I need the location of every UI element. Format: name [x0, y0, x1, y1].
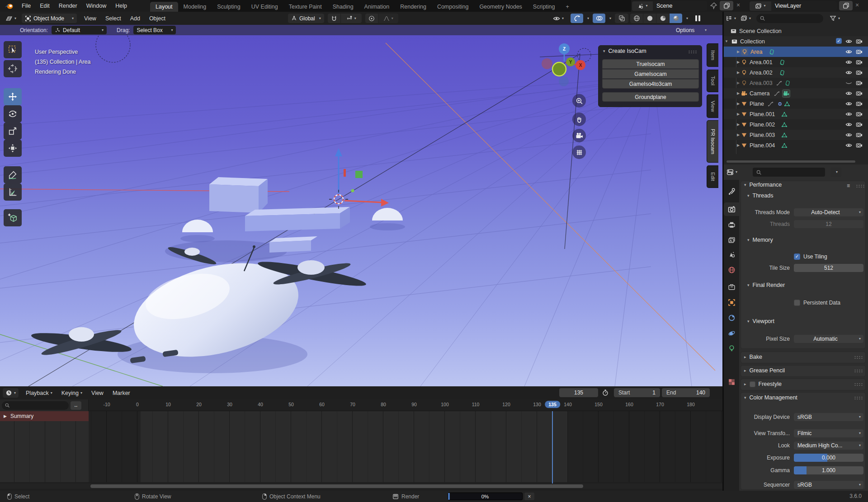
viewport-subpanel-header[interactable]: ▾Viewport [747, 318, 774, 324]
menu-file[interactable]: File [17, 0, 35, 12]
view-transform-dropdown[interactable]: Filmic▾ [794, 429, 863, 437]
scene-browse-button[interactable]: ▾ [632, 1, 653, 11]
scene-unlink-button[interactable]: × [736, 1, 740, 9]
zoom-button[interactable] [572, 94, 586, 108]
shading-wireframe-button[interactable] [630, 14, 643, 23]
xray-toggle[interactable] [615, 14, 628, 23]
playhead-line[interactable] [552, 411, 553, 483]
final-render-subpanel-header[interactable]: ▾Final Render [747, 282, 785, 288]
hide-eye-icon[interactable] [845, 69, 852, 76]
timeline-tracks[interactable] [0, 411, 722, 482]
workspace-tab-modeling[interactable]: Modeling [178, 2, 212, 12]
workspace-tab-rendering[interactable]: Rendering [395, 2, 432, 12]
object-visibility-dropdown[interactable]: ▾ [548, 14, 569, 23]
sidebar-tab-tool[interactable]: Tool [707, 70, 718, 92]
light-data-icon[interactable] [784, 80, 791, 86]
frame-end-field[interactable]: End140 [662, 388, 710, 397]
expand-icon[interactable]: ▶ [736, 70, 741, 75]
drag-dropdown[interactable]: Select Box ▾ [133, 26, 176, 34]
mesh-data-icon[interactable] [781, 122, 788, 128]
panel-grip-icon[interactable] [854, 369, 863, 372]
menu-render[interactable]: Render [54, 0, 82, 12]
scene-new-button[interactable] [720, 1, 733, 10]
proportional-falloff-dropdown[interactable]: ▾ [378, 14, 398, 23]
collection-exclude-checkbox[interactable]: ✓ [836, 38, 842, 44]
outliner-row-plane-001[interactable]: ▶ Plane.001 [724, 109, 868, 119]
small-slab-object[interactable] [269, 236, 317, 253]
workspace-tab-compositing[interactable]: Compositing [432, 2, 474, 12]
menu-select[interactable]: Select [101, 12, 126, 25]
menu-window[interactable]: Window [82, 0, 111, 12]
timeline-scrollbar[interactable] [0, 483, 722, 489]
tile-size-field[interactable]: 512 [794, 264, 863, 272]
mesh-data-icon[interactable] [784, 101, 790, 107]
tab-tool[interactable] [724, 184, 739, 198]
light-data-icon[interactable] [779, 70, 785, 76]
scene-name-field[interactable]: Scene [653, 1, 707, 11]
outliner-row-plane-002[interactable]: ▶ Plane.002 [724, 119, 868, 130]
gamma-slider[interactable]: 1.000 [794, 466, 863, 474]
timeline-ruler[interactable]: -10 0 10 20 30 40 50 60 70 80 90 100 110… [0, 399, 722, 411]
gameiso4to3cam-button[interactable]: GameIso4to3cam [602, 79, 699, 89]
outliner-row-area-002[interactable]: ▶ Area.002 [724, 67, 868, 78]
tool-scale[interactable] [4, 122, 22, 140]
properties-search-input[interactable] [753, 168, 825, 177]
mode-dropdown[interactable]: Object Mode ▾ [22, 14, 77, 23]
animation-icon[interactable] [774, 90, 780, 97]
snap-target-dropdown[interactable]: ▾ [341, 14, 362, 23]
frame-start-field[interactable]: Start1 [614, 388, 660, 397]
menu-add[interactable]: Add [126, 12, 145, 25]
panel-grip-icon[interactable] [688, 50, 697, 53]
tool-select-box[interactable] [4, 41, 22, 58]
transform-orientation-dropdown[interactable]: Global ▾ [288, 14, 324, 23]
panel-grip-icon[interactable] [854, 356, 863, 359]
sequencer-dropdown[interactable]: sRGB▾ [794, 481, 863, 489]
panel-grip-icon[interactable] [856, 184, 865, 188]
light-data-icon[interactable] [779, 59, 785, 66]
freestyle-checkbox[interactable] [750, 381, 755, 387]
hide-eye-icon[interactable] [845, 111, 852, 117]
expand-icon[interactable]: ▶ [736, 133, 741, 137]
mesh-data-icon[interactable] [781, 132, 788, 138]
expand-icon[interactable]: ▶ [736, 143, 741, 147]
menu-object[interactable]: Object [145, 12, 170, 25]
outliner-display-mode-dropdown[interactable]: ▾ [726, 15, 736, 22]
menu-view[interactable]: View [80, 12, 101, 25]
mesh-data-icon[interactable] [781, 111, 788, 117]
workspace-tab-sculpting[interactable]: Sculpting [212, 2, 245, 12]
trueisocam-button[interactable]: TrueIsocam [602, 59, 699, 69]
render-visibility-icon[interactable] [856, 111, 863, 117]
options-dropdown[interactable]: Options ▾ [673, 26, 710, 34]
gizmo-plane-handle[interactable] [355, 171, 363, 178]
sidebar-tab-edit[interactable]: Edit [707, 165, 718, 188]
perspective-toggle-button[interactable] [572, 145, 586, 159]
channel-search-input[interactable] [2, 401, 69, 410]
viewlayer-new-button[interactable] [839, 1, 853, 10]
render-visibility-icon[interactable] [856, 48, 863, 55]
mesh-data-icon[interactable] [781, 142, 788, 149]
expand-icon[interactable]: ▶ [736, 50, 741, 54]
outliner-search-input[interactable] [756, 14, 823, 23]
panel-expand-icon[interactable]: ▾ [603, 49, 605, 53]
memory-subpanel-header[interactable]: ▾Memory [747, 237, 773, 243]
sidebar-tab-view[interactable]: View [707, 94, 718, 118]
workspace-tab-animation[interactable]: Animation [359, 2, 395, 12]
tab-scene[interactable] [724, 248, 739, 261]
hide-eye-icon[interactable] [845, 38, 852, 45]
summary-track-row[interactable]: ▶ Summary [0, 411, 89, 421]
groundplane-button[interactable]: Groundplane [602, 92, 699, 102]
outliner-row-area-003[interactable]: ▶ Area.003 [724, 78, 868, 88]
add-workspace-button[interactable]: + [561, 2, 575, 12]
look-dropdown[interactable]: Medium High Co...▾ [794, 441, 863, 450]
render-visibility-icon[interactable] [856, 131, 863, 138]
render-visibility-icon[interactable] [856, 142, 863, 149]
tab-output[interactable] [724, 218, 739, 231]
render-visibility-icon[interactable] [856, 38, 863, 45]
menu-marker[interactable]: Marker [108, 386, 135, 399]
cube-object[interactable] [209, 177, 268, 213]
menu-playback[interactable]: Playback▾ [21, 386, 57, 399]
hide-eye-icon[interactable] [845, 59, 852, 66]
workspace-tab-texture-paint[interactable]: Texture Paint [283, 2, 327, 12]
slab-object[interactable] [245, 207, 350, 231]
outliner-row-plane-004[interactable]: ▶ Plane.004 [724, 140, 868, 150]
